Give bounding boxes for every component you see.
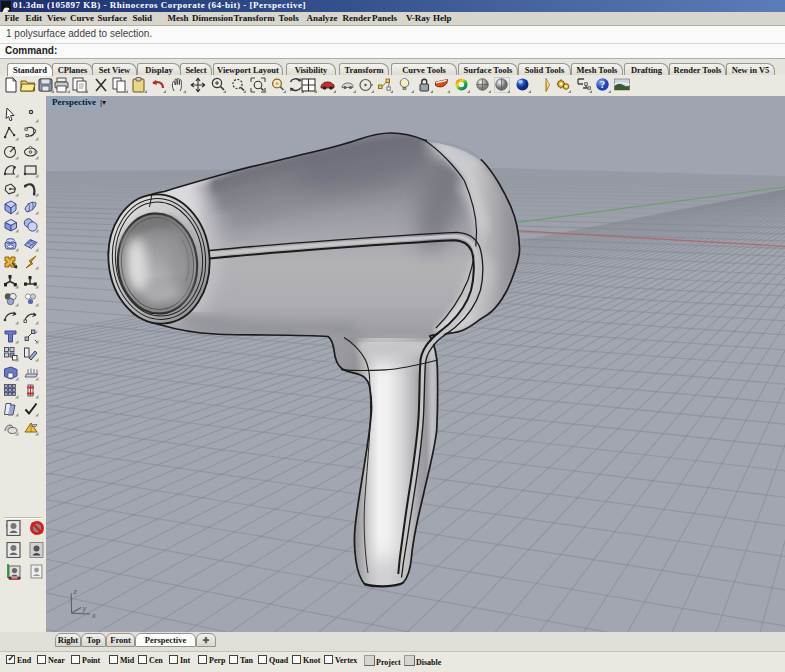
svg-text:z: z (73, 586, 78, 596)
svg-text:y: y (82, 603, 87, 613)
svg-text:?: ? (600, 79, 605, 90)
svg-text:x: x (91, 610, 96, 620)
